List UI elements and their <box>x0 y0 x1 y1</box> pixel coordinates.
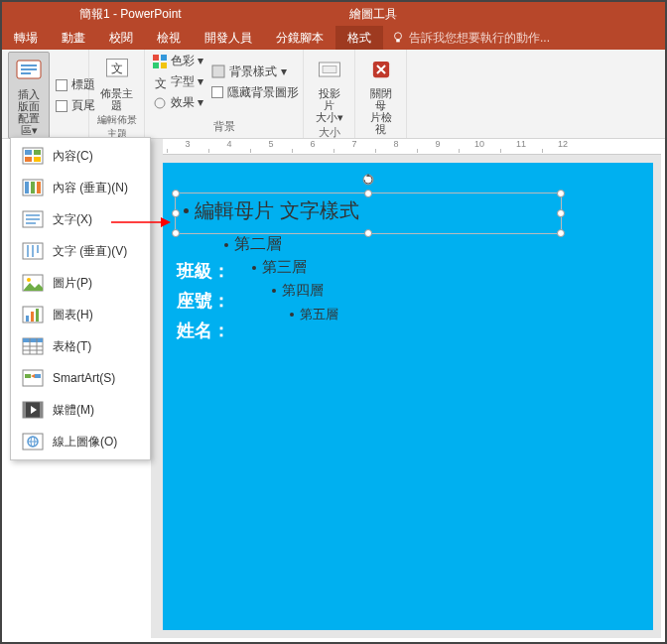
text-placeholder-selected[interactable]: 編輯母片 文字樣式 <box>175 193 562 234</box>
themes-button[interactable]: 文 佈景主題 <box>95 52 138 113</box>
themes-icon: 文 <box>101 54 133 85</box>
svg-rect-42 <box>36 309 39 322</box>
tab-animations[interactable]: 動畫 <box>50 26 97 50</box>
content-icon <box>21 146 45 166</box>
slide-static-labels: 班級： 座號： 姓名： <box>177 256 230 345</box>
lightbulb-icon <box>391 31 405 45</box>
document-title: 簡報1 - PowerPoint <box>79 6 182 23</box>
effects-dropdown[interactable]: 效果 ▾ <box>151 93 205 112</box>
menu-picture[interactable]: 圖片(P) <box>11 267 150 299</box>
svg-rect-44 <box>23 338 43 342</box>
svg-rect-11 <box>161 63 167 68</box>
resize-handle-tm[interactable] <box>364 190 372 197</box>
fonts-dropdown[interactable]: 文字型 ▾ <box>151 72 205 91</box>
hide-bg-checkbox[interactable]: 隱藏背景圖形 <box>209 83 301 102</box>
background-group-label: 背景 <box>151 119 297 136</box>
svg-rect-16 <box>323 66 336 73</box>
ribbon: 插入版面配置區▾ 標題 頁尾 母片配置 文 佈景主題 編輯佈景主題 色彩 ▾ 文… <box>2 50 665 139</box>
menu-media[interactable]: 媒體(M) <box>11 394 150 426</box>
menu-content[interactable]: 內容(C) <box>11 140 150 172</box>
resize-handle-ml[interactable] <box>172 209 180 217</box>
svg-rect-8 <box>153 55 159 61</box>
svg-point-38 <box>27 278 31 282</box>
insert-label-l1: 插入 <box>18 88 40 100</box>
tab-view[interactable]: 檢視 <box>145 26 193 50</box>
slide-size-button[interactable]: 投影片大小▾ <box>310 52 348 125</box>
horizontal-ruler: 3456789101112 <box>163 139 661 155</box>
svg-rect-55 <box>40 402 43 418</box>
media-icon <box>21 400 45 420</box>
svg-rect-22 <box>34 150 41 155</box>
master-text-l3: 第三層 <box>262 258 307 277</box>
contextual-tools-label: 繪圖工具 <box>349 6 397 23</box>
insert-placeholder-button[interactable]: 插入版面配置區▾ <box>8 52 50 139</box>
tab-developer[interactable]: 開發人員 <box>193 26 264 50</box>
svg-rect-27 <box>31 182 35 193</box>
slide-size-icon <box>314 54 345 85</box>
slide-canvas[interactable]: 編輯母片 文字樣式 第二層 班級： 座號： 姓名： 第三層 第四層 第五層 <box>163 163 653 630</box>
content-vertical-icon <box>21 178 45 197</box>
master-text-l2: 第二層 <box>234 234 282 255</box>
svg-rect-26 <box>25 182 29 193</box>
svg-rect-21 <box>25 150 32 155</box>
menu-table[interactable]: 表格(T) <box>11 330 150 362</box>
svg-rect-54 <box>23 402 26 418</box>
master-text-l5: 第五層 <box>300 306 338 323</box>
svg-rect-10 <box>153 63 159 68</box>
close-master-button[interactable]: 關閉母片檢視 <box>361 52 400 137</box>
svg-rect-51 <box>35 374 41 378</box>
placeholder-icon <box>13 55 45 86</box>
title-bar: 簡報1 - PowerPoint 繪圖工具 <box>2 2 665 26</box>
svg-rect-23 <box>25 157 32 162</box>
svg-rect-40 <box>26 316 29 322</box>
close-icon <box>365 54 397 85</box>
resize-handle-bm[interactable] <box>364 229 372 237</box>
resize-handle-tr[interactable] <box>557 190 565 197</box>
svg-text:文: 文 <box>155 76 167 89</box>
svg-text:文: 文 <box>111 62 123 75</box>
resize-handle-bl[interactable] <box>172 229 180 237</box>
resize-handle-br[interactable] <box>557 229 565 237</box>
menu-text[interactable]: 文字(X) <box>11 203 150 235</box>
tab-transitions[interactable]: 轉場 <box>2 26 50 50</box>
menu-text-vertical[interactable]: 文字 (垂直)(V) <box>11 235 150 267</box>
text-icon <box>21 209 45 229</box>
ribbon-tabs: 轉場 動畫 校閱 檢視 開發人員 分鏡腳本 格式 告訴我您想要執行的動作... <box>2 26 665 50</box>
menu-content-vertical[interactable]: 內容 (垂直)(N) <box>11 172 150 203</box>
insert-label-l2: 版面配置區▾ <box>18 100 40 136</box>
colors-dropdown[interactable]: 色彩 ▾ <box>151 52 205 70</box>
svg-point-13 <box>155 98 165 108</box>
svg-rect-1 <box>396 40 400 43</box>
resize-handle-mr[interactable] <box>557 209 565 217</box>
text-vertical-icon <box>21 241 45 261</box>
tab-review[interactable]: 校閱 <box>97 26 145 50</box>
svg-rect-9 <box>161 55 167 61</box>
table-icon <box>21 336 45 356</box>
chart-icon <box>21 305 45 324</box>
svg-rect-41 <box>31 312 34 322</box>
master-text-l4: 第四層 <box>282 282 324 300</box>
slide-workspace: 3456789101112 編輯母片 文字樣式 第二層 班級： 座號： 姓名： … <box>151 139 661 638</box>
tell-me-placeholder: 告訴我您想要執行的動作... <box>409 30 550 47</box>
svg-rect-24 <box>34 157 41 162</box>
svg-rect-14 <box>212 65 224 77</box>
bg-styles-dropdown[interactable]: 背景樣式 ▾ <box>209 63 301 81</box>
svg-rect-28 <box>37 182 41 193</box>
rotate-handle[interactable] <box>362 174 374 186</box>
tell-me-search[interactable]: 告訴我您想要執行的動作... <box>383 26 558 50</box>
online-image-icon <box>21 432 45 451</box>
tab-storyboard[interactable]: 分鏡腳本 <box>264 26 335 50</box>
picture-icon <box>21 273 45 293</box>
svg-rect-50 <box>25 374 31 378</box>
menu-online-image[interactable]: 線上圖像(O) <box>11 426 150 457</box>
master-text-l1: 編輯母片 文字樣式 <box>195 197 359 224</box>
menu-smartart[interactable]: SmartArt(S) <box>11 362 150 394</box>
svg-point-0 <box>395 33 402 40</box>
smartart-icon <box>21 368 45 388</box>
menu-chart[interactable]: 圖表(H) <box>11 299 150 330</box>
tab-format[interactable]: 格式 <box>335 26 383 50</box>
insert-placeholder-menu: 內容(C) 內容 (垂直)(N) 文字(X) 文字 (垂直)(V) 圖片(P) … <box>10 137 151 460</box>
resize-handle-tl[interactable] <box>172 190 180 197</box>
